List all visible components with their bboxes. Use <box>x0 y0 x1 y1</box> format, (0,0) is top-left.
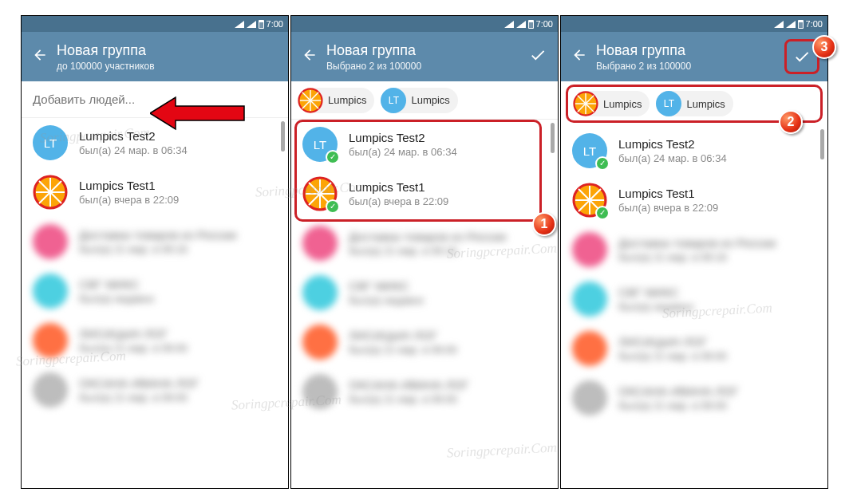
arrow-left-icon <box>302 47 318 63</box>
contact-status: был(а) вчера в 22:09 <box>618 202 718 214</box>
avatar: ✓ <box>302 176 338 211</box>
contact-row-blurred[interactable]: СВГ МИКСбыл(а) недавно <box>291 268 558 317</box>
contact-status: был(а) 24 мар. в 06:34 <box>349 146 457 158</box>
avatar <box>572 380 607 415</box>
contact-list[interactable]: LT✓ Lumpics Test2 был(а) 24 мар. в 06:34… <box>561 126 827 423</box>
chip-label: Lumpics <box>603 98 642 110</box>
wifi-signal-icon <box>774 21 784 28</box>
avatar <box>33 323 68 358</box>
phone-screen-1: 7:00 Новая группа до 100000 участников L… <box>21 15 289 489</box>
avatar <box>302 226 338 261</box>
contact-row-blurred[interactable]: Доставка товаров из Россиибыл(а) 21 мар.… <box>291 219 558 268</box>
contact-row[interactable]: ✓ Lumpics Test1 был(а) вчера в 22:09 <box>291 169 558 219</box>
contact-status: был(а) вчера в 22:09 <box>349 195 448 207</box>
avatar <box>33 175 68 210</box>
avatar: LT✓ <box>302 127 338 162</box>
back-button[interactable] <box>299 47 320 67</box>
contact-row-blurred[interactable]: ЛИСИЦЫН ЛОГбыл(а) 21 мар. в 09:00 <box>22 316 288 365</box>
contact-row[interactable]: ✓ Lumpics Test1 был(а) вчера в 22:09 <box>561 175 827 225</box>
orange-slice-icon <box>573 91 598 116</box>
add-people-input[interactable] <box>33 93 277 106</box>
selected-chips-row: Lumpics LT Lumpics <box>291 81 558 120</box>
avatar: LT✓ <box>572 133 607 168</box>
wifi-signal-icon <box>504 21 514 28</box>
contact-row-blurred[interactable]: ОКСАНА ИВАНА ЛОГбыл(а) 21 мар. в 09:00 <box>22 365 288 415</box>
contact-row-blurred[interactable]: СВГ МИКСбыл(а) недавно <box>22 266 288 316</box>
cell-signal-icon <box>786 21 796 28</box>
arrow-left-icon <box>571 47 587 63</box>
avatar <box>572 232 607 267</box>
statusbar-time: 7:00 <box>536 19 553 29</box>
contact-name: Lumpics Test1 <box>618 187 718 200</box>
avatar <box>573 91 598 116</box>
annotation-badge-2: 2 <box>779 110 803 134</box>
arrow-left-icon <box>32 47 48 63</box>
phone-screen-3: 7:00 Новая группа Выбрано 2 из 100000 Lu… <box>560 15 828 489</box>
chip-label: Lumpics <box>411 94 449 106</box>
avatar: LT <box>381 88 406 113</box>
statusbar-time: 7:00 <box>267 19 283 29</box>
appbar-title: Новая группа <box>326 42 526 59</box>
appbar-title: Новая группа <box>596 42 781 59</box>
android-statusbar: 7:00 <box>22 16 288 32</box>
avatar <box>302 275 338 310</box>
selected-chip[interactable]: Lumpics <box>573 91 650 116</box>
contact-name: Lumpics Test2 <box>618 137 727 151</box>
contact-list[interactable]: LT Lumpics Test2 был(а) 24 мар. в 06:34 … <box>22 118 288 415</box>
contact-list[interactable]: LT✓ Lumpics Test2 был(а) 24 мар. в 06:34… <box>291 120 558 416</box>
contact-row-blurred[interactable]: Доставка товаров из Россиибыл(а) 21 мар.… <box>22 217 288 266</box>
contact-row-blurred[interactable]: ЛИСИЦЫН ЛОГбыл(а) 21 мар. в 09:00 <box>291 317 558 367</box>
wifi-signal-icon <box>235 21 244 28</box>
selected-chip[interactable]: Lumpics <box>298 88 374 113</box>
check-icon <box>529 46 547 64</box>
check-icon <box>793 48 811 65</box>
back-button[interactable] <box>569 47 590 67</box>
contact-status: был(а) вчера в 22:09 <box>79 194 179 206</box>
chip-label: Lumpics <box>328 94 366 106</box>
contact-row-blurred[interactable]: ОКСАНА ИВАНА ЛОГбыл(а) 21 мар. в 09:00 <box>291 367 558 416</box>
avatar: ✓ <box>572 183 607 218</box>
search-add-people[interactable] <box>22 81 288 118</box>
avatar <box>33 372 68 408</box>
contact-row[interactable]: LT Lumpics Test2 был(а) 24 мар. в 06:34 <box>22 118 288 167</box>
avatar: LT <box>656 91 681 116</box>
confirm-button[interactable] <box>526 46 550 68</box>
contact-name: Lumpics Test1 <box>79 179 179 192</box>
contact-status: был(а) 24 мар. в 06:34 <box>79 144 188 156</box>
appbar-subtitle: Выбрано 2 из 100000 <box>326 61 526 72</box>
contact-name: Lumpics Test2 <box>349 131 457 144</box>
annotation-badge-3: 3 <box>812 35 836 59</box>
battery-icon <box>528 20 534 29</box>
contact-row-blurred[interactable]: СВГ МИКСбыл(а) недавно <box>561 274 827 324</box>
chip-label: Lumpics <box>686 98 725 110</box>
app-bar: Новая группа Выбрано 2 из 100000 <box>291 32 558 81</box>
avatar <box>302 325 338 360</box>
phone-screen-2: 7:00 Новая группа Выбрано 2 из 100000 Lu… <box>290 15 559 489</box>
avatar <box>298 88 323 113</box>
avatar <box>33 274 68 309</box>
orange-slice-icon <box>298 88 323 113</box>
android-statusbar: 7:00 <box>291 16 558 32</box>
appbar-subtitle: до 100000 участников <box>57 61 280 72</box>
selected-check-icon: ✓ <box>326 199 340 214</box>
selected-chip[interactable]: LT Lumpics <box>381 88 457 113</box>
contact-row[interactable]: Lumpics Test1 был(а) вчера в 22:09 <box>22 167 288 217</box>
contact-name: Lumpics Test2 <box>79 129 188 143</box>
avatar <box>302 374 338 409</box>
back-button[interactable] <box>30 47 50 67</box>
selected-check-icon: ✓ <box>595 206 610 220</box>
statusbar-time: 7:00 <box>806 19 823 29</box>
contact-row[interactable]: LT✓ Lumpics Test2 был(а) 24 мар. в 06:34 <box>291 120 558 169</box>
selected-check-icon: ✓ <box>326 150 340 164</box>
contact-row-blurred[interactable]: ОКСАНА ИВАНА ЛОГбыл(а) 21 мар. в 09:00 <box>561 373 827 423</box>
orange-slice-icon <box>33 175 68 210</box>
android-statusbar: 7:00 <box>561 16 827 32</box>
avatar <box>572 331 607 366</box>
avatar: LT <box>33 125 68 160</box>
appbar-title: Новая группа <box>57 42 280 59</box>
contact-row-blurred[interactable]: Доставка товаров из Россиибыл(а) 21 мар.… <box>561 225 827 274</box>
app-bar: Новая группа до 100000 участников <box>22 32 288 81</box>
cell-signal-icon <box>247 21 256 28</box>
selected-chip[interactable]: LT Lumpics <box>656 91 733 116</box>
contact-row-blurred[interactable]: ЛИСИЦЫН ЛОГбыл(а) 21 мар. в 09:00 <box>561 324 827 373</box>
